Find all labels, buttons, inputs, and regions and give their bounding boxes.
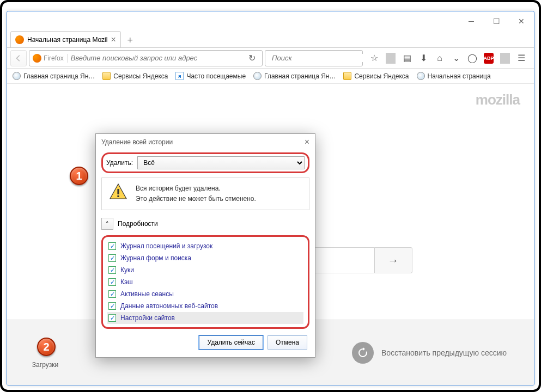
window-minimize-button[interactable]: ─ [459, 13, 484, 29]
identity-label: Firefox [44, 54, 64, 62]
warning-text: Вся история будет удалена. Это действие … [136, 183, 256, 204]
clear-history-dialog: Удаление всей истории × Удалить: Всё Вся… [95, 133, 315, 358]
search-input[interactable] [272, 54, 364, 62]
check-history[interactable]: ✓Журнал посещений и загрузок [107, 240, 303, 252]
bookmark-folder[interactable]: Сервисы Яндекса [343, 72, 409, 80]
time-range-label: Удалить: [106, 159, 133, 167]
bookmark-item[interactable]: яЧасто посещаемые [175, 72, 246, 80]
check-forms[interactable]: ✓Журнал форм и поиска [107, 252, 303, 264]
checkbox-checked-icon: ✓ [108, 254, 116, 262]
restore-session-label: Восстановить предыдущую сессию [381, 348, 507, 357]
svg-rect-3 [117, 195, 119, 197]
checkbox-checked-icon: ✓ [108, 266, 116, 274]
restore-icon [352, 342, 374, 364]
bookmark-folder[interactable]: Сервисы Яндекса [102, 72, 168, 80]
dialog-buttons: Удалить сейчас Отмена [96, 329, 315, 357]
checkbox-checked-icon: ✓ [108, 290, 116, 298]
bookmark-item[interactable]: Начальная страница [417, 72, 491, 80]
check-siteprefs[interactable]: ✓Настройки сайтов [107, 312, 303, 324]
firefox-icon [33, 54, 41, 63]
bookmark-star-icon[interactable]: ☆ [369, 53, 379, 63]
warning-icon [110, 183, 127, 200]
cancel-button[interactable]: Отмена [268, 335, 307, 350]
window-maximize-button[interactable]: ☐ [484, 13, 509, 29]
time-range-row: Удалить: Всё [101, 152, 309, 173]
checkbox-checked-icon: ✓ [108, 314, 116, 322]
arrow-left-icon [15, 54, 22, 62]
adblock-icon[interactable]: ABP [484, 53, 494, 64]
window-titlebar: ─ ☐ ✕ [7, 11, 534, 30]
dialog-titlebar: Удаление всей истории × [96, 134, 315, 150]
bookmarks-toolbar: Главная страница Ян… Сервисы Яндекса яЧа… [7, 69, 534, 84]
folder-icon [102, 72, 111, 80]
checkbox-checked-icon: ✓ [108, 242, 116, 250]
separator [386, 53, 396, 64]
downloads-icon[interactable]: ⬇ [418, 53, 428, 63]
window-close-button[interactable]: ✕ [509, 13, 534, 29]
bookmark-item[interactable]: Главная страница Ян… [13, 72, 95, 80]
reload-button[interactable]: ↻ [245, 53, 259, 63]
homepage-search-button[interactable]: → [374, 247, 412, 273]
bookmark-item[interactable]: Главная страница Ян… [253, 72, 336, 80]
separator [500, 53, 510, 64]
clear-now-button[interactable]: Удалить сейчас [199, 335, 263, 350]
downloads-label: Загрузки [32, 361, 58, 369]
back-button[interactable] [10, 50, 27, 66]
globe-icon [253, 72, 262, 80]
tab-active[interactable]: Начальная страница Mozil × [10, 31, 121, 47]
tab-close-icon[interactable]: × [111, 35, 116, 45]
check-cookies[interactable]: ✓Куки [107, 264, 303, 276]
warning-box: Вся история будет удалена. Это действие … [101, 177, 309, 210]
page-icon: я [175, 72, 184, 80]
search-bar[interactable] [265, 50, 363, 66]
identity-box[interactable]: Firefox [33, 54, 68, 63]
reader-icon[interactable]: ▤ [402, 53, 412, 63]
svg-rect-2 [117, 189, 119, 194]
check-cache[interactable]: ✓Кэш [107, 276, 303, 288]
annotation-marker-1: 1 [70, 167, 88, 185]
chevron-up-icon[interactable]: ˄ [101, 218, 113, 230]
details-checklist: ✓Журнал посещений и загрузок ✓Журнал фор… [101, 235, 309, 329]
checkbox-checked-icon: ✓ [108, 278, 116, 286]
checkbox-checked-icon: ✓ [108, 302, 116, 310]
mozilla-brand: mozilla [476, 91, 520, 108]
time-range-select[interactable]: Всё [137, 156, 305, 169]
url-bar[interactable]: Firefox ↻ [29, 50, 263, 66]
url-input[interactable] [71, 54, 242, 62]
navigation-toolbar: Firefox ↻ ☆ ▤ ⬇ ⌂ ⌄ ◯ ABP ☰ [7, 48, 534, 69]
annotation-marker-2: 2 [37, 338, 56, 356]
dialog-close-button[interactable]: × [305, 137, 309, 147]
tab-bar: Начальная страница Mozil × + [7, 30, 534, 48]
menu-icon[interactable]: ☰ [516, 53, 526, 63]
globe-icon [13, 72, 21, 80]
check-offline[interactable]: ✓Данные автономных веб-сайтов [107, 300, 303, 312]
folder-icon [343, 72, 351, 80]
new-tab-button[interactable]: + [122, 33, 138, 47]
pocket-icon[interactable]: ⌄ [451, 53, 461, 63]
tab-title: Начальная страница Mozil [27, 36, 107, 44]
globe-icon [417, 72, 425, 80]
check-sessions[interactable]: ✓Активные сеансы [107, 288, 303, 300]
restore-session-tile[interactable]: Восстановить предыдущую сессию [352, 342, 507, 364]
firefox-icon [15, 35, 24, 44]
home-icon[interactable]: ⌂ [435, 53, 445, 63]
details-label: Подробности [118, 220, 158, 228]
dialog-title: Удаление всей истории [101, 138, 173, 146]
details-header[interactable]: ˄ Подробности [101, 216, 309, 232]
sync-icon[interactable]: ◯ [467, 53, 477, 63]
toolbar-icons: ☆ ▤ ⬇ ⌂ ⌄ ◯ ABP ☰ [365, 53, 531, 64]
